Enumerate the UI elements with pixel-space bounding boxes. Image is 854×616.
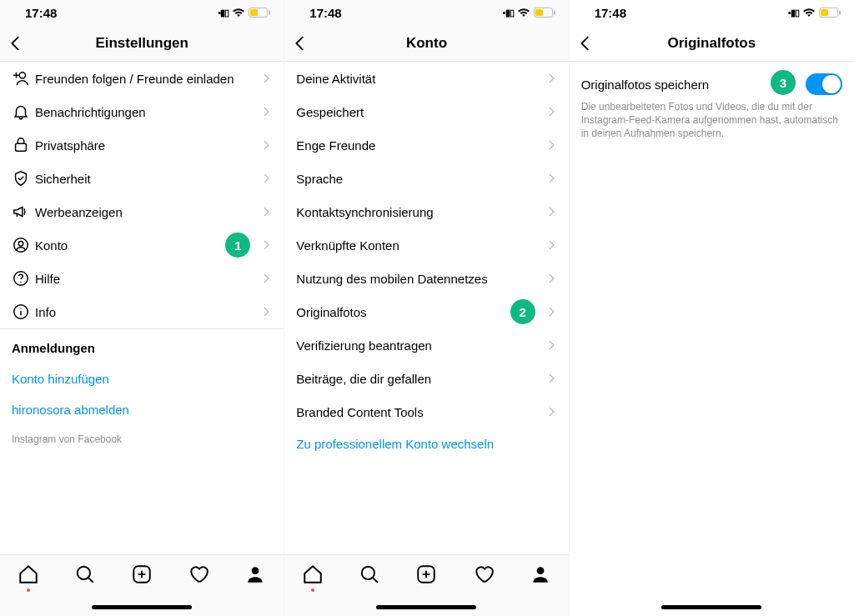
- chevron-right-icon: [260, 273, 272, 284]
- svg-rect-1: [269, 11, 270, 15]
- tab-activity[interactable]: [473, 563, 495, 585]
- switch-professional-link[interactable]: Zu professionellem Konto wechseln: [284, 428, 568, 459]
- save-originals-row: Originalfotos speichern 3: [581, 73, 842, 95]
- chevron-right-icon: [545, 139, 557, 151]
- svg-point-8: [20, 282, 21, 283]
- row-security[interactable]: Sicherheit: [0, 162, 284, 195]
- row-info[interactable]: Info: [0, 295, 284, 328]
- back-button[interactable]: [7, 25, 25, 61]
- row-label: Nutzung des mobilen Datennetzes: [296, 272, 545, 286]
- battery-icon: [819, 8, 841, 18]
- row-privacy[interactable]: Privatsphäre: [0, 128, 284, 162]
- status-icons: ▪▮▯: [218, 8, 270, 18]
- svg-rect-22: [821, 9, 828, 16]
- page-title: Originalfotos: [570, 35, 854, 52]
- tab-home[interactable]: [302, 563, 324, 585]
- chevron-right-icon: [260, 73, 272, 84]
- step-badge-1: 1: [225, 233, 250, 258]
- chevron-right-icon: [545, 406, 557, 418]
- row-label: Deine Aktivität: [296, 72, 545, 86]
- logins-header: Anmeldungen: [0, 328, 284, 363]
- row-ads[interactable]: Werbeanzeigen: [0, 195, 284, 228]
- row-label: Verknüpfte Konten: [296, 238, 545, 253]
- tab-search[interactable]: [359, 563, 380, 585]
- save-originals-toggle[interactable]: [806, 73, 842, 95]
- status-time: 17:48: [595, 6, 626, 20]
- svg-rect-4: [16, 143, 27, 151]
- row-label: Beiträge, die dir gefallen: [296, 372, 545, 386]
- svg-point-10: [20, 308, 21, 309]
- tab-activity[interactable]: [188, 563, 209, 585]
- wifi-icon: [517, 8, 530, 18]
- svg-point-11: [78, 567, 90, 579]
- tab-create[interactable]: [131, 563, 153, 585]
- row-contact-sync[interactable]: Kontaktsynchronisierung: [284, 195, 568, 228]
- row-linked-accounts[interactable]: Verknüpfte Konten: [284, 228, 568, 262]
- logout-link[interactable]: hironosora abmelden: [0, 394, 284, 425]
- row-notifications[interactable]: Benachrichtigungen: [0, 95, 284, 128]
- tab-profile[interactable]: [530, 563, 551, 585]
- home-indicator: [92, 605, 192, 609]
- step-badge-2: 2: [510, 299, 535, 324]
- row-label: Originalfotos: [296, 305, 545, 319]
- row-language[interactable]: Sprache: [284, 162, 568, 195]
- battery-icon: [534, 8, 555, 18]
- screen-account: 17:48 ▪▮▯ Konto Deine Aktivität: [284, 0, 569, 616]
- back-button[interactable]: [576, 25, 595, 61]
- row-request-verification[interactable]: Verifizierung beantragen: [284, 328, 568, 362]
- svg-rect-15: [554, 11, 555, 15]
- row-mobile-data[interactable]: Nutzung des mobilen Datennetzes: [284, 262, 568, 295]
- page-title: Konto: [284, 35, 568, 52]
- row-label: Verifizierung beantragen: [296, 338, 545, 353]
- status-bar: 17:48 ▪▮▯: [0, 0, 284, 25]
- nav-header: Einstellungen: [0, 25, 284, 62]
- status-time: 17:48: [309, 6, 341, 20]
- battery-icon: [249, 8, 270, 18]
- row-liked-posts[interactable]: Beiträge, die dir gefallen: [284, 362, 568, 395]
- back-button[interactable]: [291, 25, 309, 61]
- toggle-description: Die unbearbeiteten Fotos und Videos, die…: [581, 100, 842, 141]
- row-original-photos[interactable]: Originalfotos 2: [284, 295, 568, 328]
- home-indicator: [661, 605, 761, 609]
- svg-point-19: [536, 567, 544, 574]
- status-icons: ▪▮▯: [788, 8, 841, 18]
- home-indicator: [376, 605, 476, 609]
- row-close-friends[interactable]: Enge Freunde: [284, 128, 568, 162]
- tab-search[interactable]: [74, 563, 96, 585]
- status-bar: 17:48 ▪▮▯: [284, 0, 568, 25]
- row-activity[interactable]: Deine Aktivität: [284, 62, 568, 95]
- step-badge-3: 3: [771, 70, 796, 95]
- tab-home[interactable]: [18, 563, 39, 585]
- row-label: Werbeanzeigen: [35, 205, 260, 219]
- help-icon: [12, 269, 35, 288]
- row-branded-content[interactable]: Branded Content Tools: [284, 395, 568, 428]
- bell-icon: [12, 103, 35, 121]
- svg-point-17: [362, 567, 374, 579]
- svg-rect-2: [250, 9, 258, 16]
- shield-icon: [12, 169, 35, 188]
- tab-profile[interactable]: [244, 563, 266, 585]
- chevron-right-icon: [545, 239, 557, 251]
- chevron-right-icon: [545, 73, 557, 84]
- signal-icon: ▪▮▯: [788, 8, 799, 18]
- add-account-link[interactable]: Konto hinzufügen: [0, 363, 284, 394]
- footer-text: Instagram von Facebook: [0, 425, 284, 453]
- tab-create[interactable]: [415, 563, 437, 585]
- chevron-right-icon: [260, 306, 272, 318]
- row-saved[interactable]: Gespeichert: [284, 95, 568, 128]
- row-label: Branded Content Tools: [296, 405, 545, 419]
- chevron-right-icon: [260, 173, 272, 184]
- wifi-icon: [232, 8, 245, 18]
- page-title: Einstellungen: [0, 35, 284, 52]
- chevron-right-icon: [260, 106, 272, 118]
- add-user-icon: [12, 69, 35, 88]
- row-account[interactable]: Konto 1: [0, 228, 284, 262]
- account-icon: [12, 236, 35, 254]
- svg-point-3: [19, 73, 25, 78]
- wifi-icon: [802, 8, 816, 18]
- row-help[interactable]: Hilfe: [0, 262, 284, 295]
- chevron-right-icon: [545, 173, 557, 184]
- row-follow-friends[interactable]: Freunden folgen / Freunde einladen: [0, 62, 284, 95]
- row-label: Freunden folgen / Freunde einladen: [35, 72, 260, 86]
- nav-header: Originalfotos: [570, 25, 854, 62]
